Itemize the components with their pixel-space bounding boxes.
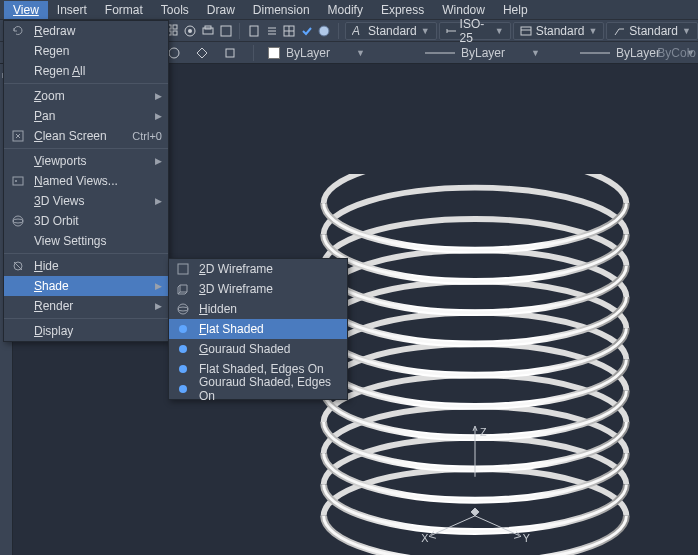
submenu-arrow-icon: ▶ [155, 281, 162, 291]
view-menu-item-redraw[interactable]: Redraw [4, 21, 168, 41]
bylayer-label: ByLayer [616, 46, 660, 60]
chevron-down-icon: ▼ [421, 26, 430, 36]
menu-item-label: Display [34, 324, 162, 338]
menu-item-label: Hidden [199, 302, 341, 316]
tool-settings-icon[interactable] [183, 22, 199, 40]
menu-item-label: 3D Views [34, 194, 147, 208]
axis-z-label: Z [480, 426, 487, 438]
view-menu-item-display[interactable]: Display [4, 321, 168, 341]
view-menu-item-regen-all[interactable]: Regen All [4, 61, 168, 81]
tool-doc-icon[interactable] [246, 22, 262, 40]
view-menu-item-named-views-[interactable]: Named Views... [4, 171, 168, 191]
svg-rect-1 [173, 25, 177, 29]
view-menu-item-zoom[interactable]: Zoom▶ [4, 86, 168, 106]
svg-rect-3 [173, 31, 177, 35]
menu-tools[interactable]: Tools [152, 1, 198, 19]
menu-help[interactable]: Help [494, 1, 537, 19]
menu-view[interactable]: View [4, 1, 48, 19]
svg-rect-28 [13, 177, 23, 185]
style-standard-dropdown-2[interactable]: Standard ▼ [513, 22, 605, 40]
hidden-icon [175, 301, 191, 317]
color-swatch [268, 47, 280, 59]
linetype-dropdown[interactable]: ByLayer ▼ [425, 46, 540, 60]
view-menu-item-shade[interactable]: Shade▶ [4, 276, 168, 296]
dot-icon [175, 321, 191, 337]
menu-dimension[interactable]: Dimension [244, 1, 319, 19]
view-menu-item-3d-views[interactable]: 3D Views▶ [4, 191, 168, 211]
blank-icon [10, 193, 26, 209]
svg-rect-21 [226, 49, 234, 57]
menu-item-label: Named Views... [34, 174, 162, 188]
view-menu-item-3d-orbit[interactable]: 3D Orbit [4, 211, 168, 231]
menu-item-label: Gouraud Shaded [199, 342, 341, 356]
prop-icon-3[interactable] [221, 44, 239, 62]
tool-print-icon[interactable] [200, 22, 216, 40]
svg-point-5 [188, 29, 192, 33]
dot-icon [175, 341, 191, 357]
toolbar-divider [239, 23, 240, 39]
shade-menu-item-3d-wireframe[interactable]: 3D Wireframe [169, 279, 347, 299]
menu-insert[interactable]: Insert [48, 1, 96, 19]
menu-item-label: Clean Screen [34, 129, 124, 143]
svg-rect-18 [521, 27, 531, 35]
style-label: ISO-25 [460, 17, 491, 45]
submenu-arrow-icon: ▶ [155, 156, 162, 166]
blank-icon [10, 298, 26, 314]
tool-check-icon[interactable] [299, 22, 315, 40]
style-iso-dropdown[interactable]: ISO-25 ▼ [439, 22, 511, 40]
view-menu-item-hide[interactable]: Hide [4, 256, 168, 276]
tool-list-icon[interactable] [264, 22, 280, 40]
svg-rect-8 [221, 26, 231, 36]
submenu-arrow-icon: ▶ [155, 111, 162, 121]
wire3d-icon [175, 281, 191, 297]
menu-item-label: Pan [34, 109, 147, 123]
shade-menu-item-gouraud-shaded-edges-on[interactable]: Gouraud Shaded, Edges On [169, 379, 347, 399]
menu-separator [4, 83, 168, 84]
shade-menu-item-2d-wireframe[interactable]: 2D Wireframe [169, 259, 347, 279]
menu-item-label: Regen All [34, 64, 162, 78]
axis-x-label: X [421, 532, 428, 544]
shade-menu-item-hidden[interactable]: Hidden [169, 299, 347, 319]
blank-icon [10, 153, 26, 169]
view-menu-item-viewports[interactable]: Viewports▶ [4, 151, 168, 171]
view-menu-item-pan[interactable]: Pan▶ [4, 106, 168, 126]
chevron-down-icon: ▼ [531, 48, 540, 58]
table-style-icon [520, 25, 532, 37]
menu-item-label: View Settings [34, 234, 162, 248]
menu-express[interactable]: Express [372, 1, 433, 19]
tool-grid-icon[interactable] [281, 22, 297, 40]
submenu-arrow-icon: ▶ [155, 301, 162, 311]
menu-item-label: 2D Wireframe [199, 262, 341, 276]
color-dropdown[interactable]: ByLayer ▼ [268, 46, 365, 60]
dot-icon [175, 381, 191, 397]
shade-menu-item-gouraud-shaded[interactable]: Gouraud Shaded [169, 339, 347, 359]
menu-item-label: Viewports [34, 154, 147, 168]
submenu-arrow-icon: ▶ [155, 91, 162, 101]
menu-draw[interactable]: Draw [198, 1, 244, 19]
view-menu-item-render[interactable]: Render▶ [4, 296, 168, 316]
menu-item-label: Render [34, 299, 147, 313]
prop-icon-2[interactable] [193, 44, 211, 62]
blank-icon [10, 323, 26, 339]
view-menu-item-view-settings[interactable]: View Settings [4, 231, 168, 251]
style-label: Standard [629, 24, 678, 38]
menu-modify[interactable]: Modify [319, 1, 372, 19]
bylayer-label: ByLayer [286, 46, 330, 60]
shade-menu-item-flat-shaded[interactable]: Flat Shaded [169, 319, 347, 339]
view-menu-item-regen[interactable]: Regen [4, 41, 168, 61]
svg-point-34 [178, 304, 188, 314]
text-style-icon: A [352, 25, 364, 37]
menu-format[interactable]: Format [96, 1, 152, 19]
tool-sphere-icon[interactable] [317, 22, 333, 40]
svg-point-30 [13, 216, 23, 226]
style-standard-dropdown-3[interactable]: Standard ▼ [606, 22, 698, 40]
style-label: Standard [368, 24, 417, 38]
blank-icon [10, 233, 26, 249]
view-menu-item-clean-screen[interactable]: Clean ScreenCtrl+0 [4, 126, 168, 146]
style-standard-dropdown-1[interactable]: A Standard ▼ [345, 22, 437, 40]
menu-item-label: Shade [34, 279, 147, 293]
chevron-down-icon: ▼ [682, 26, 691, 36]
bylayer-label: ByLayer [461, 46, 505, 60]
tool-view-icon[interactable] [218, 22, 234, 40]
menu-item-label: Zoom [34, 89, 147, 103]
